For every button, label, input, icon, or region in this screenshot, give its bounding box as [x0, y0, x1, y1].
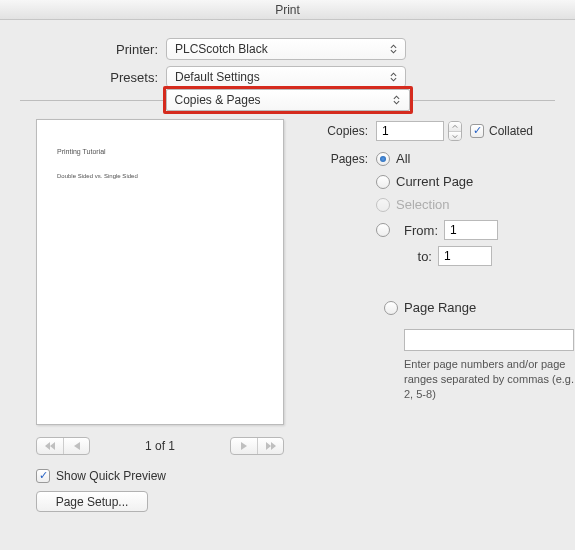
pager-left-group: [36, 437, 90, 455]
section-highlight: Copies & Pages: [163, 86, 413, 114]
copies-stepper[interactable]: [448, 121, 462, 141]
section-value: Copies & Pages: [175, 93, 261, 107]
window-titlebar: Print: [0, 0, 575, 20]
quick-preview-checkbox[interactable]: [36, 469, 50, 483]
pages-selection-row: Selection: [376, 197, 574, 212]
preview-pager: 1 of 1: [36, 437, 284, 455]
page-range-row[interactable]: Page Range: [384, 300, 574, 315]
page-range-section: Page Range Enter page numbers and/or pag…: [314, 300, 574, 402]
first-page-button[interactable]: [37, 438, 63, 454]
preview-page: Printing Tutorial Double Sided vs. Singl…: [36, 119, 284, 425]
last-page-icon: [265, 441, 277, 451]
from-label: From:: [402, 223, 438, 238]
main-area: Printing Tutorial Double Sided vs. Singl…: [0, 101, 575, 512]
quick-preview-row: Show Quick Preview: [36, 469, 284, 483]
next-page-icon: [238, 441, 250, 451]
first-page-icon: [44, 441, 56, 451]
chevron-updown-icon: [387, 42, 399, 56]
preview-line-2: Double Sided vs. Single Sided: [57, 173, 263, 179]
pages-from-radio[interactable]: [376, 223, 390, 237]
chevron-updown-icon: [391, 93, 403, 107]
pages-current-radio[interactable]: [376, 175, 390, 189]
page-indicator: 1 of 1: [90, 439, 230, 453]
window-title: Print: [275, 3, 300, 17]
stepper-down-icon[interactable]: [449, 131, 461, 140]
prev-page-button[interactable]: [63, 438, 89, 454]
section-select[interactable]: Copies & Pages: [166, 89, 410, 111]
pager-right-group: [230, 437, 284, 455]
pages-all-label: All: [396, 151, 410, 166]
prev-page-icon: [71, 441, 83, 451]
pages-selection-radio: [376, 198, 390, 212]
presets-value: Default Settings: [175, 70, 260, 84]
preview-line-1: Printing Tutorial: [57, 148, 263, 155]
options-column: Copies: Collated Pages: All: [314, 119, 574, 512]
to-label: to:: [396, 249, 432, 264]
presets-select[interactable]: Default Settings: [166, 66, 406, 88]
pages-all-radio[interactable]: [376, 152, 390, 166]
pages-selection-label: Selection: [396, 197, 449, 212]
printer-label: Printer:: [0, 42, 166, 57]
pages-all-row[interactable]: All: [376, 151, 574, 166]
copies-label: Copies:: [314, 124, 376, 138]
quick-preview-label: Show Quick Preview: [56, 469, 166, 483]
next-page-button[interactable]: [231, 438, 257, 454]
page-setup-button[interactable]: Page Setup...: [36, 491, 148, 512]
to-input[interactable]: [438, 246, 492, 266]
page-range-input[interactable]: [404, 329, 574, 351]
stepper-up-icon[interactable]: [449, 122, 461, 131]
header-form: Printer: PLCScotch Black Presets: Defaul…: [0, 20, 575, 88]
pages-label: Pages:: [314, 151, 376, 166]
last-page-button[interactable]: [257, 438, 283, 454]
preview-column: Printing Tutorial Double Sided vs. Singl…: [36, 119, 284, 512]
presets-label: Presets:: [0, 70, 166, 85]
section-divider: Copies & Pages: [20, 100, 555, 101]
page-range-radio[interactable]: [384, 301, 398, 315]
copies-input[interactable]: [376, 121, 444, 141]
printer-select[interactable]: PLCScotch Black: [166, 38, 406, 60]
printer-value: PLCScotch Black: [175, 42, 268, 56]
page-range-label: Page Range: [404, 300, 476, 315]
page-setup-label: Page Setup...: [56, 495, 129, 509]
chevron-updown-icon: [387, 70, 399, 84]
page-range-help: Enter page numbers and/or page ranges se…: [404, 357, 574, 402]
collated-checkbox[interactable]: [470, 124, 484, 138]
collated-label: Collated: [489, 124, 533, 138]
pages-current-row[interactable]: Current Page: [376, 174, 574, 189]
pages-current-label: Current Page: [396, 174, 473, 189]
print-dialog-window: Print Printer: PLCScotch Black Presets: …: [0, 0, 575, 550]
from-input[interactable]: [444, 220, 498, 240]
